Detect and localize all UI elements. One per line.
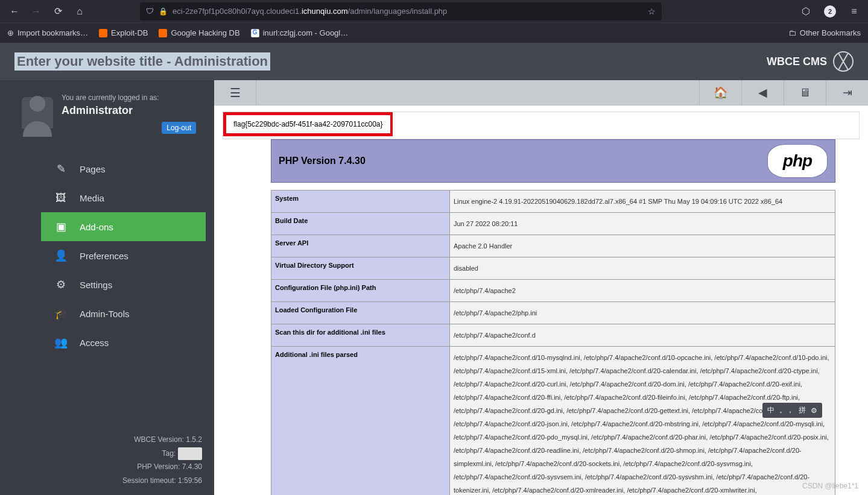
forward-button[interactable]: → (27, 2, 46, 20)
brand-logo-icon (833, 51, 854, 72)
table-row: Additional .ini files parsed/etc/php/7.4… (271, 347, 835, 496)
row-value: Apache 2.0 Handler (450, 235, 835, 257)
row-key: Build Date (271, 213, 450, 235)
ime-mode[interactable]: 拼 (799, 405, 806, 415)
favicon-icon (159, 29, 167, 37)
avatar-icon (22, 97, 53, 128)
shield-icon: 🛡 (146, 7, 154, 16)
pocket-icon[interactable]: ⬡ (797, 2, 815, 20)
back-circle-button[interactable]: ◀ (741, 80, 784, 106)
gear-icon: ⚙ (54, 278, 68, 291)
row-key: Loaded Configuration File (271, 302, 450, 324)
bookmark-exploitdb[interactable]: Exploit-DB (99, 28, 148, 37)
url-prefix: eci-2ze7fpf1p0c80h0i7ayq.cloudeci1. (173, 7, 302, 16)
logout-button[interactable]: Log-out (162, 122, 196, 134)
nav-media[interactable]: 🖼Media (41, 183, 206, 212)
watermark: CSDN @liebe1*1 (802, 482, 858, 490)
username: Administrator (62, 104, 202, 117)
favicon-icon (99, 29, 107, 37)
row-key: Scan this dir for additional .ini files (271, 324, 450, 347)
table-row: Configuration File (php.ini) Path/etc/ph… (271, 280, 835, 302)
url-path: /admin/languages/install.php (348, 7, 448, 16)
folder-icon: 🗀 (788, 28, 796, 37)
users-icon: 👥 (54, 336, 68, 349)
app-menu-icon[interactable]: ≡ (845, 2, 863, 20)
user-icon: 👤 (54, 249, 68, 262)
nav-addons[interactable]: ▣Add-ons (41, 212, 206, 241)
bookmark-inurl[interactable]: Ginurl:czlgj.com - Googl… (251, 28, 349, 37)
table-row: Scan this dir for additional .ini files/… (271, 324, 835, 347)
row-key: Virtual Directory Support (271, 257, 450, 280)
php-logo-icon: php (767, 144, 828, 178)
row-value: /etc/php/7.4/apache2/conf.d (450, 324, 835, 347)
bookmark-star-icon[interactable]: ☆ (648, 7, 656, 16)
table-row: SystemLinux engine-2 4.19.91-20220519040… (271, 191, 835, 213)
import-icon: ⊕ (7, 28, 14, 37)
bookmarks-bar: ⊕Import bookmarks… Exploit-DB Google Hac… (0, 22, 868, 43)
bookmark-other[interactable]: 🗀Other Bookmarks (788, 28, 861, 37)
table-row: Server APIApache 2.0 Handler (271, 235, 835, 257)
nav-admintools[interactable]: 🎓Admin-Tools (41, 299, 206, 328)
account-icon[interactable]: 2 (821, 2, 839, 20)
phpinfo: PHP Version 7.4.30 php SystemLinux engin… (271, 139, 835, 495)
row-key: Additional .ini files parsed (271, 347, 450, 496)
bookmark-import[interactable]: ⊕Import bookmarks… (7, 28, 88, 37)
site-title: Enter your website title - Administratio… (14, 52, 270, 71)
user-box: You are currently logged in as: Administ… (0, 80, 214, 148)
sidebar-footer: WBCE Version: 1.5.2 Tag: 1.5.2 PHP Versi… (0, 433, 214, 495)
ime-toolbar[interactable]: 中 。， 拼 ⚙ (762, 403, 822, 418)
php-table: SystemLinux engine-2 4.19.91-20220519040… (271, 190, 835, 495)
url-domain: ichunqiu.com (302, 7, 348, 16)
exit-button[interactable]: ⇥ (826, 80, 868, 106)
content-area: ☰ 🏠 ◀ 🖥 ⇥ flag{5c229bdc-ad5f-451f-aa42-2… (214, 80, 868, 495)
row-key: Configuration File (php.ini) Path (271, 280, 450, 302)
sidebar: You are currently logged in as: Administ… (0, 80, 214, 495)
content-inner: flag{5c229bdc-ad5f-451f-aa42-2097011cc00… (214, 106, 868, 495)
brand-name: WBCE CMS (767, 55, 827, 68)
php-version-title: PHP Version 7.4.30 (279, 156, 366, 166)
table-row: Build DateJun 27 2022 08:20:11 (271, 213, 835, 235)
image-icon: 🖼 (54, 192, 68, 204)
table-row: Loaded Configuration File/etc/php/7.4/ap… (271, 302, 835, 324)
browser-toolbar: ← → ⟳ ⌂ 🛡 🔒 eci-2ze7fpf1p0c80h0i7ayq.clo… (0, 0, 868, 22)
back-button[interactable]: ← (5, 2, 24, 20)
view-site-button[interactable]: 🖥 (784, 80, 826, 106)
edit-icon: ✎ (54, 162, 68, 175)
ime-punct[interactable]: 。， (779, 405, 794, 415)
row-key: Server API (271, 235, 450, 257)
logged-in-label: You are currently logged in as: (62, 93, 202, 102)
nav-access[interactable]: 👥Access (41, 328, 206, 357)
brand-area: WBCE CMS (767, 51, 854, 72)
home-button[interactable]: ⌂ (70, 2, 89, 20)
package-icon: ▣ (54, 220, 68, 233)
home-icon-button[interactable]: 🏠 (699, 80, 741, 106)
ime-settings-icon[interactable]: ⚙ (811, 406, 817, 415)
ime-lang[interactable]: 中 (767, 405, 775, 415)
lock-insecure-icon: 🔒 (159, 7, 168, 16)
reload-button[interactable]: ⟳ (48, 2, 68, 20)
nav-list: ✎Pages 🖼Media ▣Add-ons 👤Preferences ⚙Set… (41, 154, 206, 357)
row-value: disabled (450, 257, 835, 280)
table-row: Virtual Directory Supportdisabled (271, 257, 835, 280)
row-value: /etc/php/7.4/apache2/php.ini (450, 302, 835, 324)
nav-settings[interactable]: ⚙Settings (41, 270, 206, 299)
row-key: System (271, 191, 450, 213)
bookmark-ghdb[interactable]: Google Hacking DB (159, 28, 239, 37)
app-header: Enter your website title - Administratio… (0, 43, 868, 80)
nav-preferences[interactable]: 👤Preferences (41, 241, 206, 270)
row-value: Jun 27 2022 08:20:11 (450, 213, 835, 235)
graduation-icon: 🎓 (54, 307, 68, 320)
flag-output: flag{5c229bdc-ad5f-451f-aa42-2097011cc00… (223, 112, 393, 136)
row-value: /etc/php/7.4/apache2 (450, 280, 835, 302)
url-bar[interactable]: 🛡 🔒 eci-2ze7fpf1p0c80h0i7ayq.cloudeci1.i… (140, 2, 662, 20)
favicon-icon: G (251, 29, 259, 37)
content-toolbar: ☰ 🏠 ◀ 🖥 ⇥ (214, 80, 868, 106)
row-value: /etc/php/7.4/apache2/conf.d/10-mysqlnd.i… (450, 347, 835, 496)
tag-badge: 1.5.2 (178, 447, 202, 460)
row-value: Linux engine-2 4.19.91-20220519040629.18… (450, 191, 835, 213)
php-header: PHP Version 7.4.30 php (271, 139, 835, 183)
hamburger-button[interactable]: ☰ (214, 80, 256, 106)
nav-pages[interactable]: ✎Pages (41, 154, 206, 183)
